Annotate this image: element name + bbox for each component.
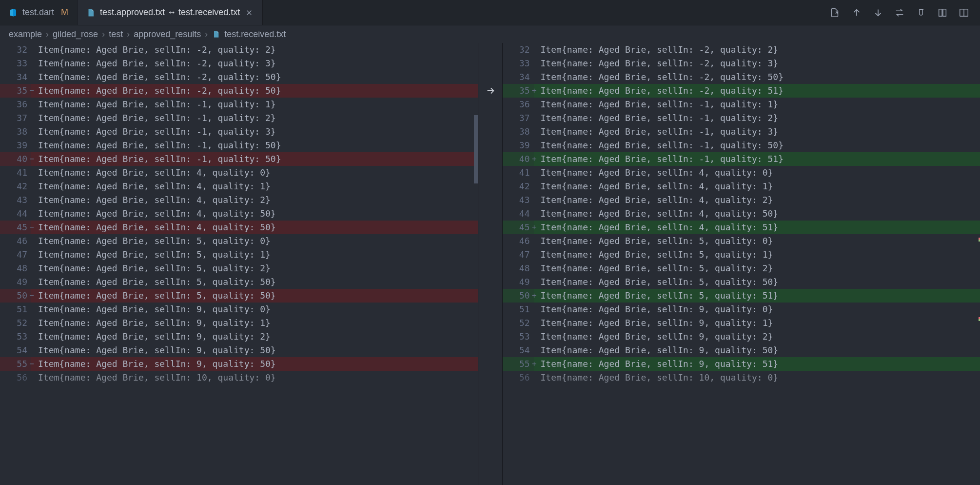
line-content: Item{name: Aged Brie, sellIn: 5, quality…: [31, 262, 478, 275]
line-content: Item{name: Aged Brie, sellIn: -2, qualit…: [534, 43, 980, 57]
diff-line[interactable]: 37Item{name: Aged Brie, sellIn: -1, qual…: [0, 111, 478, 125]
diff-line[interactable]: 53Item{name: Aged Brie, sellIn: 9, quali…: [0, 330, 478, 344]
diff-line[interactable]: 45+Item{name: Aged Brie, sellIn: 4, qual…: [503, 221, 980, 234]
tab-diff-view[interactable]: test.approved.txt ↔ test.received.txt: [78, 0, 263, 25]
diff-line[interactable]: 39Item{name: Aged Brie, sellIn: -1, qual…: [503, 139, 980, 152]
line-number: 39: [0, 139, 31, 152]
line-number: 36: [503, 98, 534, 111]
swap-sides-icon[interactable]: [894, 7, 905, 18]
diff-line[interactable]: 44Item{name: Aged Brie, sellIn: 4, quali…: [0, 207, 478, 221]
line-number: 40+: [503, 152, 534, 166]
close-icon[interactable]: [245, 8, 254, 17]
diff-line[interactable]: 41Item{name: Aged Brie, sellIn: 4, quali…: [0, 166, 478, 180]
breadcrumb-segment[interactable]: test: [109, 29, 123, 40]
diff-line[interactable]: 38Item{name: Aged Brie, sellIn: -1, qual…: [0, 125, 478, 139]
line-number: 41: [503, 166, 534, 180]
diff-line[interactable]: 39Item{name: Aged Brie, sellIn: -1, qual…: [0, 139, 478, 152]
line-number: 56: [503, 371, 534, 384]
previous-change-icon[interactable]: [851, 7, 862, 18]
diff-line[interactable]: 36Item{name: Aged Brie, sellIn: -1, qual…: [0, 98, 478, 111]
tab-test-dart[interactable]: test.dart M: [0, 0, 78, 25]
chevron-right-icon: ›: [46, 29, 49, 40]
minus-icon: −: [29, 289, 34, 303]
diff-line[interactable]: 55+Item{name: Aged Brie, sellIn: 9, qual…: [503, 357, 980, 371]
minus-icon: −: [29, 357, 34, 371]
line-content: Item{name: Aged Brie, sellIn: 5, quality…: [31, 248, 478, 262]
chevron-right-icon: ›: [205, 29, 208, 40]
diff-line[interactable]: 32Item{name: Aged Brie, sellIn: -2, qual…: [0, 43, 478, 57]
whitespace-icon[interactable]: [916, 7, 926, 18]
diff-line[interactable]: 33Item{name: Aged Brie, sellIn: -2, qual…: [503, 57, 980, 70]
go-to-file-icon[interactable]: [830, 7, 841, 18]
diff-line[interactable]: 42Item{name: Aged Brie, sellIn: 4, quali…: [503, 180, 980, 193]
text-file-icon: [86, 8, 95, 17]
diff-line[interactable]: 34Item{name: Aged Brie, sellIn: -2, qual…: [503, 70, 980, 84]
diff-line[interactable]: 49Item{name: Aged Brie, sellIn: 5, quali…: [503, 275, 980, 289]
line-content: Item{name: Aged Brie, sellIn: 10, qualit…: [534, 371, 980, 384]
tab-bar: test.dart M test.approved.txt ↔ test.rec…: [0, 0, 980, 25]
toggle-inline-icon[interactable]: [937, 7, 948, 18]
diff-pane-modified[interactable]: 32Item{name: Aged Brie, sellIn: -2, qual…: [503, 43, 980, 485]
diff-line[interactable]: 46Item{name: Aged Brie, sellIn: 5, quali…: [0, 234, 478, 248]
line-number: 47: [503, 248, 534, 262]
line-content: Item{name: Aged Brie, sellIn: -1, qualit…: [534, 152, 980, 166]
diff-line[interactable]: 35+Item{name: Aged Brie, sellIn: -2, qua…: [503, 84, 980, 98]
diff-line[interactable]: 48Item{name: Aged Brie, sellIn: 5, quali…: [503, 262, 980, 275]
scrollbar-thumb[interactable]: [474, 115, 478, 183]
diff-line[interactable]: 54Item{name: Aged Brie, sellIn: 9, quali…: [0, 344, 478, 357]
diff-line[interactable]: 50−Item{name: Aged Brie, sellIn: 5, qual…: [0, 289, 478, 303]
diff-line[interactable]: 53Item{name: Aged Brie, sellIn: 9, quali…: [503, 330, 980, 344]
line-content: Item{name: Aged Brie, sellIn: -2, qualit…: [534, 57, 980, 70]
apply-change-arrow-icon[interactable]: [484, 84, 497, 97]
diff-line[interactable]: 37Item{name: Aged Brie, sellIn: -1, qual…: [503, 111, 980, 125]
diff-line[interactable]: 50+Item{name: Aged Brie, sellIn: 5, qual…: [503, 289, 980, 303]
diff-line[interactable]: 55−Item{name: Aged Brie, sellIn: 9, qual…: [0, 357, 478, 371]
diff-line[interactable]: 43Item{name: Aged Brie, sellIn: 4, quali…: [0, 193, 478, 207]
diff-line[interactable]: 56Item{name: Aged Brie, sellIn: 10, qual…: [0, 371, 478, 384]
line-number: 56: [0, 371, 31, 384]
diff-line[interactable]: 52Item{name: Aged Brie, sellIn: 9, quali…: [0, 316, 478, 330]
next-change-icon[interactable]: [873, 7, 883, 18]
diff-line[interactable]: 34Item{name: Aged Brie, sellIn: -2, qual…: [0, 70, 478, 84]
diff-line[interactable]: 35−Item{name: Aged Brie, sellIn: -2, qua…: [0, 84, 478, 98]
line-number: 35−: [0, 84, 31, 98]
diff-line[interactable]: 56Item{name: Aged Brie, sellIn: 10, qual…: [503, 371, 980, 384]
line-content: Item{name: Aged Brie, sellIn: 5, quality…: [534, 289, 980, 303]
line-number: 54: [0, 344, 31, 357]
diff-line[interactable]: 38Item{name: Aged Brie, sellIn: -1, qual…: [503, 125, 980, 139]
diff-line[interactable]: 42Item{name: Aged Brie, sellIn: 4, quali…: [0, 180, 478, 193]
diff-line[interactable]: 46Item{name: Aged Brie, sellIn: 5, quali…: [503, 234, 980, 248]
diff-pane-original[interactable]: 32Item{name: Aged Brie, sellIn: -2, qual…: [0, 43, 478, 485]
diff-line[interactable]: 41Item{name: Aged Brie, sellIn: 4, quali…: [503, 166, 980, 180]
diff-line[interactable]: 49Item{name: Aged Brie, sellIn: 5, quali…: [0, 275, 478, 289]
line-number: 54: [503, 344, 534, 357]
breadcrumb[interactable]: example › gilded_rose › test › approved_…: [0, 25, 980, 43]
line-number: 55−: [0, 357, 31, 371]
diff-line[interactable]: 40+Item{name: Aged Brie, sellIn: -1, qua…: [503, 152, 980, 166]
diff-line[interactable]: 45−Item{name: Aged Brie, sellIn: 4, qual…: [0, 221, 478, 234]
diff-line[interactable]: 47Item{name: Aged Brie, sellIn: 5, quali…: [0, 248, 478, 262]
diff-editor: 32Item{name: Aged Brie, sellIn: -2, qual…: [0, 43, 980, 485]
diff-line[interactable]: 51Item{name: Aged Brie, sellIn: 9, quali…: [0, 303, 478, 316]
diff-line[interactable]: 47Item{name: Aged Brie, sellIn: 5, quali…: [503, 248, 980, 262]
breadcrumb-segment[interactable]: example: [9, 29, 42, 40]
line-content: Item{name: Aged Brie, sellIn: -2, qualit…: [534, 70, 980, 84]
breadcrumb-segment[interactable]: gilded_rose: [53, 29, 98, 40]
diff-line[interactable]: 54Item{name: Aged Brie, sellIn: 9, quali…: [503, 344, 980, 357]
diff-line[interactable]: 36Item{name: Aged Brie, sellIn: -1, qual…: [503, 98, 980, 111]
diff-line[interactable]: 33Item{name: Aged Brie, sellIn: -2, qual…: [0, 57, 478, 70]
diff-line[interactable]: 40−Item{name: Aged Brie, sellIn: -1, qua…: [0, 152, 478, 166]
diff-line[interactable]: 43Item{name: Aged Brie, sellIn: 4, quali…: [503, 193, 980, 207]
line-number: 38: [503, 125, 534, 139]
line-number: 49: [503, 275, 534, 289]
diff-line[interactable]: 32Item{name: Aged Brie, sellIn: -2, qual…: [503, 43, 980, 57]
breadcrumb-segment[interactable]: approved_results: [134, 29, 201, 40]
diff-line[interactable]: 48Item{name: Aged Brie, sellIn: 5, quali…: [0, 262, 478, 275]
line-number: 52: [0, 316, 31, 330]
breadcrumb-file[interactable]: test.received.txt: [224, 29, 286, 40]
split-editor-icon[interactable]: [959, 7, 969, 18]
diff-line[interactable]: 52Item{name: Aged Brie, sellIn: 9, quali…: [503, 316, 980, 330]
diff-line[interactable]: 44Item{name: Aged Brie, sellIn: 4, quali…: [503, 207, 980, 221]
diff-line[interactable]: 51Item{name: Aged Brie, sellIn: 9, quali…: [503, 303, 980, 316]
line-content: Item{name: Aged Brie, sellIn: 9, quality…: [31, 357, 478, 371]
